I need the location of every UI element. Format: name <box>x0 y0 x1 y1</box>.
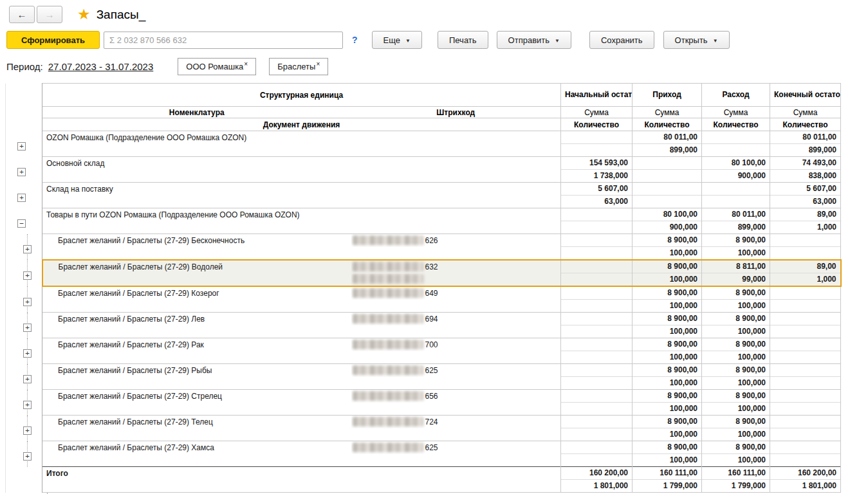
sum-indicator-field[interactable] <box>104 32 343 49</box>
qty-value[interactable]: 99,000 <box>702 273 770 287</box>
sum-value[interactable] <box>561 131 633 144</box>
sum-value[interactable]: 154 593,00 <box>561 157 633 170</box>
barcode-cell[interactable]: 632 <box>351 260 561 273</box>
barcode-cell[interactable]: 724 <box>351 416 561 428</box>
sum-value[interactable]: 160 200,00 <box>561 467 633 480</box>
sum-value[interactable]: 8 900,00 <box>633 416 702 428</box>
expand-toggle-icon[interactable]: + <box>17 194 26 202</box>
sum-value[interactable]: 80 100,00 <box>633 208 702 221</box>
sum-value[interactable]: 80 011,00 <box>702 208 770 221</box>
expand-toggle-icon[interactable]: + <box>23 349 32 358</box>
qty-value[interactable]: 100,000 <box>633 377 702 390</box>
sum-value[interactable]: 8 900,00 <box>633 441 702 454</box>
barcode-cell[interactable]: 700 <box>351 338 561 351</box>
sum-value[interactable]: 8 900,00 <box>702 390 770 403</box>
sum-value[interactable]: 8 900,00 <box>702 416 770 428</box>
remove-tag-icon[interactable]: × <box>244 60 248 68</box>
sum-value[interactable]: 8 811,00 <box>702 260 770 273</box>
row-label[interactable]: Браслет желаний / Браслеты (27-29) Лев <box>42 313 351 325</box>
sum-value[interactable]: 160 111,00 <box>633 467 702 480</box>
document-cell[interactable] <box>351 454 561 467</box>
barcode-cell[interactable]: 625 <box>351 441 561 454</box>
sum-value[interactable] <box>770 416 841 428</box>
sum-value[interactable]: 8 900,00 <box>702 313 770 325</box>
sum-value[interactable] <box>633 183 702 196</box>
sum-value[interactable] <box>702 131 770 144</box>
help-link[interactable]: ? <box>352 35 358 45</box>
collapse-toggle-icon[interactable]: − <box>17 219 26 228</box>
sum-value[interactable] <box>561 234 633 247</box>
send-button[interactable]: Отправить▼ <box>497 31 571 49</box>
qty-value[interactable]: 100,000 <box>702 428 770 441</box>
sum-value[interactable]: 80 100,00 <box>702 157 770 170</box>
sum-value[interactable]: 160 111,00 <box>702 467 770 480</box>
sum-value[interactable]: 160 200,00 <box>770 467 841 480</box>
qty-value[interactable] <box>561 221 633 234</box>
barcode-cell[interactable]: 625 <box>351 364 561 377</box>
qty-value[interactable]: 899,000 <box>633 144 702 157</box>
sum-value[interactable] <box>770 441 841 454</box>
row-label[interactable]: Браслет желаний / Браслеты (27-29) Рыбы <box>42 364 351 377</box>
document-cell[interactable] <box>351 300 561 313</box>
sum-value[interactable]: 8 900,00 <box>633 338 702 351</box>
sum-value[interactable] <box>770 390 841 403</box>
qty-value[interactable] <box>770 454 841 467</box>
expand-toggle-icon[interactable]: + <box>17 142 26 151</box>
qty-value[interactable]: 100,000 <box>633 273 702 287</box>
qty-value[interactable]: 1 738,000 <box>561 170 633 183</box>
row-label[interactable]: Браслет желаний / Браслеты (27-29) Хамса <box>42 441 351 454</box>
sum-value[interactable] <box>561 260 633 273</box>
sum-value[interactable] <box>561 338 633 351</box>
sum-value[interactable]: 80 011,00 <box>770 131 841 144</box>
qty-value[interactable] <box>561 428 633 441</box>
qty-value[interactable]: 1 801,000 <box>770 480 841 493</box>
qty-value[interactable] <box>770 325 841 338</box>
row-label[interactable]: Браслет желаний / Браслеты (27-29) Козер… <box>42 286 351 300</box>
sum-value[interactable] <box>770 364 841 377</box>
qty-value[interactable]: 900,000 <box>633 221 702 234</box>
qty-value[interactable]: 100,000 <box>702 454 770 467</box>
document-cell[interactable] <box>351 247 561 261</box>
sum-value[interactable]: 74 493,00 <box>770 157 841 170</box>
qty-value[interactable]: 100,000 <box>702 351 770 364</box>
qty-value[interactable] <box>633 196 702 208</box>
generate-button[interactable]: Сформировать <box>6 31 100 49</box>
row-label[interactable]: Итого <box>42 467 351 480</box>
qty-value[interactable]: 100,000 <box>633 454 702 467</box>
row-label[interactable]: Браслет желаний / Браслеты (27-29) Беско… <box>42 234 351 247</box>
barcode-cell[interactable] <box>351 183 561 196</box>
sum-value[interactable]: 8 900,00 <box>633 313 702 325</box>
qty-value[interactable]: 100,000 <box>633 325 702 338</box>
qty-value[interactable] <box>561 325 633 338</box>
document-cell[interactable] <box>351 325 561 338</box>
qty-value[interactable] <box>561 403 633 416</box>
qty-value[interactable] <box>561 351 633 364</box>
qty-value[interactable] <box>770 428 841 441</box>
qty-value[interactable]: 100,000 <box>633 300 702 313</box>
qty-value[interactable]: 100,000 <box>702 325 770 338</box>
back-button[interactable]: ← <box>9 6 35 23</box>
document-cell[interactable] <box>351 403 561 416</box>
open-button[interactable]: Открыть▼ <box>663 31 730 49</box>
filter-tag-organization[interactable]: ООО Ромашка× <box>178 58 256 75</box>
sum-value[interactable]: 80 011,00 <box>633 131 702 144</box>
expand-toggle-icon[interactable]: + <box>23 426 32 435</box>
sum-value[interactable] <box>770 234 841 247</box>
qty-value[interactable]: 1 799,000 <box>633 480 702 493</box>
qty-value[interactable]: 899,000 <box>770 144 841 157</box>
qty-value[interactable] <box>770 247 841 261</box>
qty-value[interactable] <box>702 196 770 208</box>
qty-value[interactable] <box>561 273 633 287</box>
sum-value[interactable] <box>770 313 841 325</box>
forward-button[interactable]: → <box>37 6 62 23</box>
qty-value[interactable] <box>770 351 841 364</box>
qty-value[interactable]: 838,000 <box>770 170 841 183</box>
sum-value[interactable] <box>561 416 633 428</box>
qty-value[interactable]: 1,000 <box>770 221 841 234</box>
sum-value[interactable]: 5 607,00 <box>561 183 633 196</box>
sum-value[interactable]: 8 900,00 <box>633 286 702 300</box>
barcode-cell[interactable] <box>351 157 561 170</box>
qty-value[interactable] <box>561 454 633 467</box>
barcode-cell[interactable]: 656 <box>351 390 561 403</box>
sum-value[interactable] <box>561 390 633 403</box>
